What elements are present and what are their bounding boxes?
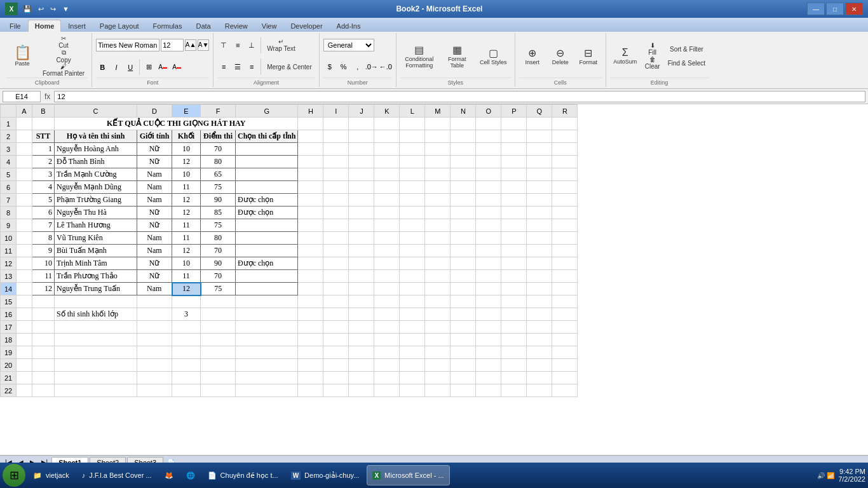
minimize-button[interactable]: — [807, 3, 825, 15]
cell-m2[interactable] [425, 130, 451, 143]
header-score[interactable]: Điểm thi [201, 130, 236, 143]
col-header-f[interactable]: F [201, 105, 236, 118]
bold-button[interactable]: B [96, 62, 109, 73]
cell-a2[interactable] [17, 130, 32, 143]
borders-button[interactable]: ⊞ [142, 62, 155, 73]
col-header-g[interactable]: G [236, 105, 298, 118]
start-button[interactable]: ⊞ [3, 464, 25, 487]
paste-button[interactable]: 📋 Paste [6, 37, 38, 75]
number-format-select[interactable]: General Number Currency Date [323, 39, 374, 51]
tab-page-layout[interactable]: Page Layout [93, 20, 146, 32]
clear-button[interactable]: 🗑 Clear [642, 57, 663, 69]
header-stt[interactable]: STT [32, 130, 55, 143]
footer-value[interactable]: 3 [172, 308, 201, 321]
footer-label[interactable]: Số thi sinh khối lớp [55, 308, 137, 321]
tab-data[interactable]: Data [189, 20, 217, 32]
cell-n1[interactable] [451, 118, 476, 130]
cell-r1[interactable] [552, 118, 578, 130]
undo-button[interactable]: ↩ [36, 4, 46, 15]
cell-j2[interactable] [349, 130, 374, 143]
cell-h1[interactable] [298, 118, 323, 130]
col-header-r[interactable]: R [552, 105, 578, 118]
decrease-decimal-button[interactable]: ←.0 [379, 61, 392, 72]
col-header-l[interactable]: L [400, 105, 425, 118]
taskbar-music[interactable]: ♪ J.F.l.a Best Cover ... [77, 465, 157, 485]
align-top-button[interactable]: ⊤ [217, 39, 230, 51]
taskbar-excel[interactable]: X Microsoft Excel - ... [367, 465, 449, 485]
cell-title[interactable]: KẾT QUẢ CUỘC THI GIỌNG HÁT HAY [55, 118, 298, 130]
sort-filter-button[interactable]: Sort & Filter [665, 43, 709, 55]
wrap-text-button[interactable]: ↵ Wrap Text [264, 39, 299, 51]
font-name-input[interactable] [96, 39, 159, 51]
tab-formulas[interactable]: Formulas [146, 20, 189, 32]
taskbar-ie[interactable]: 🌐 [181, 465, 200, 485]
conditional-formatting-button[interactable]: ▤ Conditional Formatting [400, 37, 438, 75]
formula-input[interactable] [54, 91, 865, 102]
col-header-m[interactable]: M [425, 105, 451, 118]
align-right-button[interactable]: ≡ [245, 61, 258, 72]
close-button[interactable]: ✕ [845, 3, 863, 15]
cell-i1[interactable] [323, 118, 349, 130]
cell-m1[interactable] [425, 118, 451, 130]
col-header-b[interactable]: B [32, 105, 55, 118]
cell-p2[interactable] [501, 130, 527, 143]
cell-styles-button[interactable]: ▢ Cell Styles [476, 37, 511, 75]
col-header-c[interactable]: C [55, 105, 137, 118]
cell-p1[interactable] [501, 118, 527, 130]
header-chosen[interactable]: Chọn thi cấp tỉnh [236, 130, 298, 143]
cut-button[interactable]: ✂ Cut [39, 36, 88, 48]
function-icon[interactable]: fx [43, 92, 51, 101]
col-header-j[interactable]: J [349, 105, 374, 118]
fill-button[interactable]: ⬇ Fill [642, 43, 663, 55]
cell-o2[interactable] [476, 130, 501, 143]
cell-a1[interactable] [17, 118, 32, 130]
tab-review[interactable]: Review [218, 20, 255, 32]
align-left-button[interactable]: ≡ [217, 61, 230, 72]
format-table-button[interactable]: ▦ Format Table [440, 37, 475, 75]
header-gender[interactable]: Giới tính [137, 130, 172, 143]
taskbar-demo[interactable]: W Demo-giải-chuy... [286, 465, 365, 485]
delete-cells-button[interactable]: ⊖ Delete [547, 37, 574, 75]
col-header-a[interactable]: A [17, 105, 32, 118]
italic-button[interactable]: I [110, 62, 123, 73]
tab-developer[interactable]: Developer [283, 20, 329, 32]
format-cells-button[interactable]: ⊟ Format [575, 37, 602, 75]
tab-home[interactable]: Home [28, 20, 62, 32]
insert-cells-button[interactable]: ⊕ Insert [519, 37, 546, 75]
cell-k1[interactable] [374, 118, 400, 130]
cell-l2[interactable] [400, 130, 425, 143]
col-header-i[interactable]: I [323, 105, 349, 118]
increase-font-button[interactable]: A▲ [185, 39, 196, 51]
save-button[interactable]: 💾 [20, 4, 34, 15]
taskbar-vietjack[interactable]: 📁 vietjack [28, 465, 74, 485]
tab-insert[interactable]: Insert [61, 20, 93, 32]
cell-b1[interactable] [32, 118, 55, 130]
autosum-button[interactable]: Σ AutoSum [610, 37, 641, 75]
currency-button[interactable]: $ [323, 61, 336, 72]
align-middle-button[interactable]: ≡ [231, 39, 244, 51]
sheet-container[interactable]: A B C D E F G H I J K L M N O P Q [0, 104, 868, 455]
col-header-p[interactable]: P [501, 105, 527, 118]
tab-addins[interactable]: Add-Ins [330, 20, 368, 32]
cell-i2[interactable] [323, 130, 349, 143]
tab-view[interactable]: View [255, 20, 284, 32]
taskbar-chuyen-de[interactable]: 📄 Chuyên đề học t... [203, 465, 283, 485]
tab-file[interactable]: File [3, 20, 28, 32]
increase-decimal-button[interactable]: .0→ [365, 61, 378, 72]
cell-q2[interactable] [527, 130, 552, 143]
fill-color-button[interactable]: A▬ [156, 62, 169, 73]
cell-q1[interactable] [527, 118, 552, 130]
align-center-button[interactable]: ☰ [231, 61, 244, 72]
col-header-q[interactable]: Q [527, 105, 552, 118]
cell-h2[interactable] [298, 130, 323, 143]
copy-button[interactable]: ⧉ Copy [39, 50, 88, 62]
font-size-input[interactable] [161, 39, 184, 51]
underline-button[interactable]: U [124, 62, 137, 73]
merge-center-button[interactable]: Merge & Center [264, 60, 315, 73]
header-name[interactable]: Họ và tên thi sinh [55, 130, 137, 143]
redo-button[interactable]: ↪ [48, 4, 58, 15]
col-header-e[interactable]: E [172, 105, 201, 118]
header-khoi[interactable]: Khối [172, 130, 201, 143]
selected-cell-e14[interactable]: 12 [172, 283, 201, 295]
cell-r2[interactable] [552, 130, 578, 143]
